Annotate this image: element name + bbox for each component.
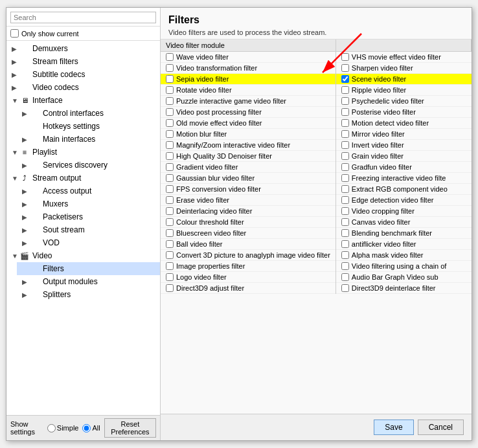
filter-checkbox[interactable]: [166, 185, 174, 193]
sidebar-item-label: Services discovery: [43, 161, 157, 170]
filter-checkbox[interactable]: [166, 75, 174, 83]
filter-label: Direct3D9 deinterlace filter: [352, 284, 436, 292]
filter-checkbox[interactable]: [341, 229, 349, 237]
table-row: Video post processing filterPosterise vi…: [161, 107, 472, 118]
sidebar-item-subtitle-codecs[interactable]: ▶ Subtitle codecs: [6, 68, 160, 81]
filter-checkbox[interactable]: [166, 64, 174, 72]
sidebar-item-stream-output[interactable]: ▼ ⤴ Stream output: [6, 172, 160, 185]
cancel-button[interactable]: Cancel: [418, 420, 464, 435]
filter-checkbox[interactable]: [341, 119, 349, 127]
filter-label: Audio Bar Graph Video sub: [352, 273, 438, 281]
filter-checkbox[interactable]: [341, 218, 349, 226]
radio-simple[interactable]: [47, 424, 56, 432]
right-header: Filters Video filters are used to proces…: [161, 8, 472, 39]
filter-checkbox[interactable]: [166, 97, 174, 105]
folder-icon: [30, 199, 40, 209]
filter-checkbox[interactable]: [166, 174, 174, 182]
folder-icon: [19, 69, 30, 80]
sidebar-item-video[interactable]: ▼ 🎬 Video: [6, 249, 160, 262]
page-subtitle: Video filters are used to process the vi…: [168, 28, 464, 36]
collapse-arrow: ▶: [22, 110, 30, 117]
video-icon: 🎬: [19, 251, 30, 261]
folder-icon: [30, 276, 40, 287]
filter-checkbox[interactable]: [341, 108, 349, 116]
sidebar-item-services-discovery[interactable]: ▶ Services discovery: [17, 159, 160, 172]
sidebar-item-access-output[interactable]: ▶ Access output: [17, 185, 160, 197]
filter-checkbox[interactable]: [341, 130, 349, 138]
filter-checkbox[interactable]: [166, 251, 174, 259]
filter-checkbox[interactable]: [341, 196, 349, 204]
filter-checkbox[interactable]: [166, 207, 174, 215]
sidebar-item-label: Interface: [32, 96, 157, 105]
filter-checkbox[interactable]: [166, 141, 174, 149]
filter-checkbox[interactable]: [341, 152, 349, 160]
filter-checkbox[interactable]: [341, 207, 349, 215]
filter-checkbox[interactable]: [166, 196, 174, 204]
filter-cell-left: Convert 3D picture to anaglyph image vid…: [161, 250, 336, 261]
sidebar-item-main-interfaces[interactable]: ▶ Main interfaces: [17, 133, 160, 146]
sidebar-item-stream-filters[interactable]: ▶ Stream filters: [6, 55, 160, 68]
filter-checkbox[interactable]: [341, 53, 349, 61]
collapse-arrow: ▶: [12, 58, 19, 65]
sidebar-item-hotkeys[interactable]: ▶ Hotkeys settings: [17, 120, 160, 133]
filter-checkbox[interactable]: [166, 86, 174, 94]
filter-checkbox[interactable]: [341, 262, 349, 270]
filter-checkbox[interactable]: [166, 240, 174, 248]
sidebar-item-control-interfaces[interactable]: ▶ Control interfaces: [17, 107, 160, 120]
filter-checkbox[interactable]: [166, 108, 174, 116]
collapse-arrow: ▶: [12, 84, 19, 91]
sidebar-item-muxers[interactable]: ▶ Muxers: [17, 197, 160, 210]
filter-cell-right: Mirror video filter: [336, 129, 471, 140]
filter-checkbox[interactable]: [341, 240, 349, 248]
radio-simple-label[interactable]: Simple: [47, 424, 79, 432]
table-row: Sepia video filterScene video filter: [161, 74, 472, 85]
filter-checkbox[interactable]: [341, 141, 349, 149]
filter-checkbox[interactable]: [166, 273, 174, 281]
sidebar-item-sout-stream[interactable]: ▶ Sout stream: [17, 223, 160, 236]
filter-checkbox[interactable]: [341, 86, 349, 94]
filter-checkbox[interactable]: [166, 218, 174, 226]
sidebar-item-video-codecs[interactable]: ▶ Video codecs: [6, 81, 160, 94]
save-button[interactable]: Save: [374, 420, 413, 435]
filter-checkbox[interactable]: [166, 119, 174, 127]
reset-preferences-button[interactable]: Reset Preferences: [104, 418, 156, 438]
filter-checkbox[interactable]: [166, 229, 174, 237]
filter-cell-left: Old movie effect video filter: [161, 118, 336, 129]
table-row: Erase video filterEdge detection video f…: [161, 195, 472, 206]
radio-all-label[interactable]: All: [82, 424, 100, 432]
filter-checkbox[interactable]: [166, 152, 174, 160]
filter-checkbox[interactable]: [341, 284, 349, 292]
folder-icon: [19, 43, 30, 54]
table-row: Deinterlacing video filterVideo cropping…: [161, 206, 472, 217]
filter-checkbox[interactable]: [166, 284, 174, 292]
filter-checkbox[interactable]: [341, 163, 349, 171]
filter-checkbox[interactable]: [166, 262, 174, 270]
sidebar-item-demuxers[interactable]: ▶ Demuxers: [6, 42, 160, 55]
sidebar-item-splitters[interactable]: ▶ Splitters: [17, 288, 160, 301]
filter-checkbox[interactable]: [341, 185, 349, 193]
sidebar-item-packetisers[interactable]: ▶ Packetisers: [17, 210, 160, 223]
only-show-current-checkbox[interactable]: [10, 29, 19, 38]
filter-checkbox[interactable]: [166, 53, 174, 61]
filter-checkbox[interactable]: [166, 130, 174, 138]
filter-cell-left: Wave video filter: [161, 52, 336, 63]
sidebar-item-output-modules[interactable]: ▶ Output modules: [17, 275, 160, 288]
folder-icon: [30, 263, 40, 274]
filter-checkbox[interactable]: [341, 273, 349, 281]
filter-checkbox[interactable]: [341, 174, 349, 182]
filter-cell-left: Deinterlacing video filter: [161, 206, 336, 217]
search-input[interactable]: [10, 12, 156, 23]
sidebar-item-label: Subtitle codecs: [32, 70, 157, 79]
radio-all[interactable]: [82, 424, 91, 432]
collapse-arrow: ▶: [22, 214, 30, 221]
filter-checkbox[interactable]: [341, 64, 349, 72]
filter-checkbox[interactable]: [166, 163, 174, 171]
sidebar-item-vod[interactable]: ▶ VOD: [17, 236, 160, 249]
filter-checkbox[interactable]: [341, 97, 349, 105]
filter-checkbox[interactable]: [341, 251, 349, 259]
sidebar-item-interface[interactable]: ▼ 🖥 Interface: [6, 94, 160, 107]
sidebar-item-label: Muxers: [43, 199, 157, 208]
sidebar-item-playlist[interactable]: ▼ ≡ Playlist: [6, 146, 160, 159]
sidebar-item-filters[interactable]: ▶ Filters: [17, 262, 160, 275]
filter-checkbox[interactable]: [341, 75, 349, 83]
